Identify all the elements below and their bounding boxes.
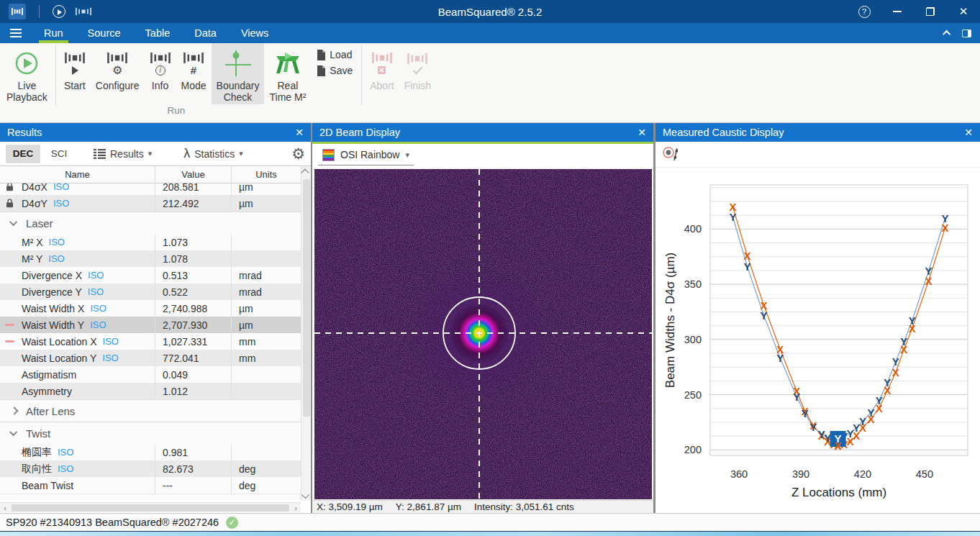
group-row-after-lens[interactable]: After Lens (0, 399, 301, 422)
scrollbar-thumb[interactable] (303, 179, 310, 417)
finish-icon (407, 47, 427, 80)
param-units (232, 444, 301, 460)
rainbow-colormap-icon (322, 149, 335, 161)
save-button[interactable]: Save (317, 65, 353, 76)
results-panel: Results ✕ DEC SCI Results ▾ λ Statistics… (0, 123, 311, 513)
scroll-left-arrow[interactable]: ‹ (0, 503, 10, 513)
layout-panel-icon[interactable] (962, 29, 971, 37)
start-button[interactable]: Start (59, 43, 91, 93)
param-name: Beam Twist (19, 477, 155, 494)
param-name: 取向性ISO (19, 460, 155, 477)
result-row[interactable]: Divergence XISO0.513mrad (0, 267, 301, 283)
results-dropdown[interactable]: Results ▾ (86, 145, 159, 163)
lock-icon (6, 199, 14, 208)
load-button[interactable]: Load (317, 49, 353, 60)
settings-gear-icon[interactable]: ⚙ (291, 146, 305, 161)
caustic-chart[interactable]: 200250300350400360390420450Z Locations (… (655, 168, 980, 506)
tab-table[interactable]: Table (133, 23, 183, 43)
help-button[interactable]: ? (848, 0, 881, 23)
group-row-twist[interactable]: Twist (0, 422, 301, 444)
cursor-x: X: 3,509.19 µm (317, 501, 383, 512)
iso-tag: ISO (88, 270, 104, 281)
help-icon: ? (858, 6, 871, 18)
horizontal-scrollbar[interactable]: ‹ › (0, 502, 301, 512)
row-icon-cell (0, 460, 19, 477)
close-icon[interactable]: ✕ (638, 127, 646, 138)
result-row[interactable]: M² YISO1.078 (0, 250, 301, 267)
result-row[interactable]: D4σYISO212.492µm (0, 195, 301, 212)
close-icon[interactable]: ✕ (964, 127, 973, 138)
result-row[interactable]: 取向性ISO82.673deg (0, 460, 301, 477)
group-label: After Lens (26, 405, 75, 417)
iso-tag: ISO (58, 447, 73, 458)
result-row[interactable]: Astigmatism0.049 (0, 366, 301, 383)
tab-source[interactable]: Source (76, 23, 133, 43)
param-value: 1.078 (155, 250, 232, 267)
tab-views[interactable]: Views (229, 23, 281, 43)
window-title: BeamSquared® 2.5.2 (0, 6, 980, 18)
beam-toolbar: OSI Rainbow ▾ (312, 144, 653, 168)
caustic-chart-svg: 200250300350400360390420450Z Locations (… (655, 168, 980, 506)
close-button[interactable]: ✕ (947, 0, 980, 23)
mode-button[interactable]: # Mode (176, 43, 212, 93)
param-units: µm (232, 317, 301, 333)
row-icon-cell (0, 300, 19, 317)
scroll-up-arrow[interactable] (301, 166, 312, 176)
iso-tag: ISO (53, 183, 69, 192)
tab-data[interactable]: Data (182, 23, 229, 43)
info-icon: i (150, 47, 171, 80)
param-name: Waist Location YISO (19, 350, 155, 366)
chevron-right-icon[interactable] (10, 406, 18, 414)
result-row[interactable]: Divergence YISO0.522mrad (0, 283, 301, 300)
quick-run-icon[interactable] (53, 5, 65, 18)
scroll-right-arrow[interactable]: › (291, 503, 301, 513)
scrollbar-thumb[interactable] (12, 504, 289, 512)
result-row[interactable]: D4σXISO208.581µm (0, 183, 301, 195)
device-status-text: SP920 #21340913 BeamSquared® #2027246 (6, 517, 219, 528)
result-row[interactable]: Asymmetry1.012 (0, 383, 301, 399)
sci-format-button[interactable]: SCI (42, 145, 76, 163)
tab-run[interactable]: Run (32, 23, 76, 43)
result-row[interactable]: 椭圆率ISO0.981 (0, 444, 301, 460)
app-logo-icon[interactable] (9, 4, 26, 19)
minimize-button[interactable] (881, 0, 914, 23)
configure-button[interactable]: ⚙ Configure (91, 43, 145, 93)
row-icon-cell (0, 350, 19, 366)
hamburger-menu-icon[interactable] (0, 29, 32, 37)
result-row[interactable]: Waist Location XISO1,027.331mm (0, 333, 301, 350)
connection-ok-icon: ✓ (226, 517, 238, 529)
beam-profile-icon[interactable] (76, 6, 91, 17)
column-header-value[interactable]: Value (155, 166, 232, 183)
colormap-dropdown[interactable]: OSI Rainbow ▾ (318, 147, 414, 165)
result-row[interactable]: Waist Location YISO772.041mm (0, 350, 301, 366)
statistics-dropdown[interactable]: λ Statistics ▾ (176, 145, 250, 163)
close-icon[interactable]: ✕ (295, 127, 304, 138)
collapse-ribbon-icon[interactable] (943, 30, 950, 38)
waist-marker-icon[interactable] (661, 145, 681, 165)
restore-button[interactable] (914, 0, 947, 23)
param-value: 1.073 (155, 234, 232, 250)
param-units (232, 234, 301, 250)
param-units: mrad (232, 267, 301, 283)
result-row[interactable]: Beam Twist---deg (0, 477, 301, 494)
boundary-check-button[interactable]: Boundary Check (212, 43, 265, 104)
chevron-down-icon: ▾ (239, 149, 243, 158)
group-row-laser[interactable]: Laser (0, 212, 301, 234)
param-value: --- (155, 477, 232, 494)
column-header-units[interactable]: Units (232, 166, 301, 183)
scroll-down-arrow[interactable] (301, 491, 312, 501)
live-playback-button[interactable]: Live Playback (1, 43, 53, 104)
clipped-row (0, 494, 301, 501)
result-row[interactable]: M² XISO1.073 (0, 234, 301, 250)
chevron-down-icon[interactable] (9, 218, 17, 226)
result-row[interactable]: Waist Width YISO2,707.930µm (0, 317, 301, 333)
dec-format-button[interactable]: DEC (6, 145, 40, 163)
x-tick-label: 390 (792, 468, 809, 480)
real-time-m2-button[interactable]: Real Time M² (264, 43, 311, 104)
vertical-scrollbar[interactable] (301, 166, 311, 501)
column-header-name[interactable]: Name (0, 166, 155, 183)
result-row[interactable]: Waist Width XISO2,740.988µm (0, 300, 301, 317)
info-button[interactable]: i Info (145, 43, 176, 93)
chevron-down-icon[interactable] (9, 428, 17, 436)
beam-image[interactable] (314, 169, 652, 499)
